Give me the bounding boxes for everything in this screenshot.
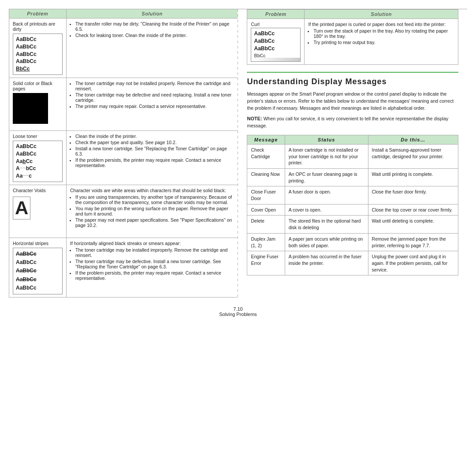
table-row: Close Fuser DoorA fuser door is open.Clo… [247,186,458,204]
right-top-header: Problem Solution [247,10,458,19]
print-sample: AaBbCcAaBbCcAabCcA~~bCcAa~~c [13,141,63,182]
rt-problem-header: Problem [247,10,305,19]
solution-cell: Clean the inside of the printer. Check t… [67,131,238,185]
table-row: Cleaning NowAn OPC or fuser cleaning pag… [247,169,458,186]
table-header-row: Message Status Do this… [247,135,458,144]
solution-cell: The toner cartridge may not be installed… [67,78,238,130]
print-sample: AaBbCcAaBbCcAaBbCcAaBbCcBbCc [13,33,63,75]
problem-cell: Character Voids A [9,185,67,238]
message-cell: Check Cartridge [247,144,285,168]
black-sample [13,93,48,124]
action-cell: Close the top cover or rear cover firmly… [368,204,458,216]
table-row: Solid color or Black pages The toner car… [9,78,238,131]
section-description: Messages appear on the Smart Panel progr… [247,91,458,112]
table-row: Character Voids A Character voids are wh… [9,185,238,238]
main-content: Problem Solution Back of printouts are d… [9,9,467,298]
table-row: Horizontal stripes AaBbCc AaBbCc AaBbCc … [9,238,238,297]
status-cell: A paper jam occurs while printing on bot… [285,233,368,251]
note-content: When you call for service, it is very co… [247,116,448,128]
page-wrapper: Problem Solution Back of printouts are d… [9,9,467,317]
solution-list: Turn over the stack of paper in the tray… [308,28,454,45]
footer-section: Solving Problems [9,312,467,317]
action-cell: Install a Samsung-approved toner cartrid… [368,144,458,168]
message-header: Message [247,135,285,144]
solution-list: Clean the inside of the printer. Check t… [70,134,234,168]
solution-cell: If horizontally aligned black streaks or… [67,238,238,297]
problem-cell: Loose toner AaBbCcAaBbCcAabCcA~~bCcAa~~c [9,131,67,185]
footer: 7.10 Solving Problems [9,306,467,317]
status-cell: A cover is open. [285,204,368,216]
problem-cell: Solid color or Black pages [9,78,67,130]
table-row: Loose toner AaBbCcAaBbCcAabCcA~~bCcAa~~c… [9,131,238,185]
action-cell: Unplug the power cord and plug it in aga… [368,251,458,275]
section-title: Understanding Display Messages [247,77,458,86]
action-cell: Remove the jammed paper from the printer… [368,233,458,251]
action-cell: Wait until printing is complete. [368,169,458,186]
rt-problem-cell: Curl AaBbCcAaBbCcAaBbCcBbCc [247,19,305,64]
message-cell: Engine Fuser Error [247,251,285,275]
action-header: Do this… [368,135,458,144]
status-cell: A fuser door is open. [285,186,368,204]
messages-table: Message Status Do this… Check CartridgeA… [247,135,458,275]
solution-list: If you are using transparencies, try ano… [70,194,234,228]
curl-sample: AaBbCcAaBbCcAaBbCcBbCc [251,28,301,62]
rt-solution-header: Solution [305,10,458,19]
rt-body: Curl AaBbCcAaBbCcAaBbCcBbCc If the print… [247,19,458,64]
solution-list: The toner cartridge may not be installed… [70,81,234,109]
note-text: NOTE: When you call for service, it is v… [247,115,458,130]
status-cell: A toner cartridge is not installed or yo… [285,144,368,168]
table-row: Cover OpenA cover is open.Close the top … [247,204,458,216]
message-cell: Duplex Jam (1, 2) [247,233,285,251]
striped-sample: AaBbCc AaBbCc AaBbCc AaBbCc AaBbCc [13,248,63,294]
left-table-header: Problem Solution [9,9,238,19]
message-cell: Cleaning Now [247,169,285,186]
note-label: NOTE: [247,116,262,121]
solution-list: The transfer roller may be dirty. "Clean… [70,21,234,38]
status-cell: The stored files in the optional hard di… [285,216,368,233]
right-top-table: Problem Solution Curl AaBbCcAaBbCcAaBbCc… [247,9,458,65]
right-panel: Problem Solution Curl AaBbCcAaBbCcAaBbCc… [238,9,467,298]
action-cell: Wait until deleting is complete. [368,216,458,233]
left-panel: Problem Solution Back of printouts are d… [9,9,238,298]
message-cell: Cover Open [247,204,285,216]
char-void-sample: A [13,195,63,219]
solution-cell: Character voids are white areas within c… [67,185,238,238]
section-divider [247,72,458,73]
left-solution-header: Solution [67,9,238,18]
problem-cell: Horizontal stripes AaBbCc AaBbCc AaBbCc … [9,238,67,297]
action-cell: Close the fuser door firmly. [368,186,458,204]
left-problem-header: Problem [9,9,67,18]
page-number: 7.10 [9,306,467,312]
rt-solution-cell: If the printed paper is curled or paper … [305,19,458,64]
problem-cell: Back of printouts are dirty AaBbCcAaBbCc… [9,19,67,78]
table-row: Engine Fuser ErrorA problem has occurred… [247,251,458,275]
solution-list: The toner cartridge may be installed imp… [70,247,234,281]
message-cell: Close Fuser Door [247,186,285,204]
table-row: DeleteThe stored files in the optional h… [247,216,458,233]
table-row: Check CartridgeA toner cartridge is not … [247,144,458,168]
status-cell: An OPC or fuser cleaning page is printin… [285,169,368,186]
status-cell: A problem has occurred in the fuser insi… [285,251,368,275]
solution-cell: The transfer roller may be dirty. "Clean… [67,19,238,78]
message-cell: Delete [247,216,285,233]
table-row: Duplex Jam (1, 2)A paper jam occurs whil… [247,233,458,251]
table-row: Back of printouts are dirty AaBbCcAaBbCc… [9,19,238,78]
status-header: Status [285,135,368,144]
